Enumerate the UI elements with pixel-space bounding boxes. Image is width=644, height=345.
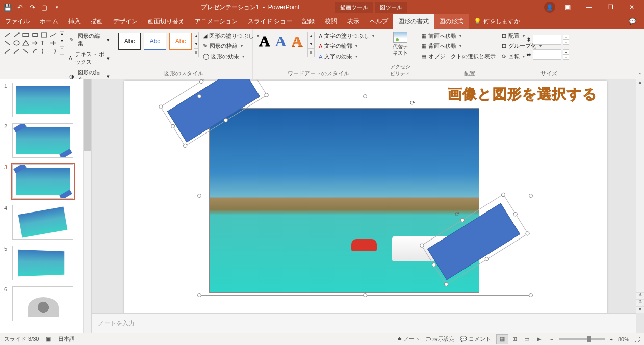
start-slideshow-icon[interactable]: ▢: [39, 2, 50, 13]
slide-thumbnail[interactable]: 5: [0, 243, 91, 283]
shape-fill-button[interactable]: ◢図形の塗りつぶし▾: [201, 32, 261, 40]
tab-review[interactable]: 校閲: [320, 14, 342, 29]
next-slide-icon[interactable]: ≛: [636, 299, 644, 306]
tab-design[interactable]: デザイン: [108, 14, 143, 29]
text-fill-button[interactable]: A文字の塗りつぶし▾: [317, 32, 376, 40]
gallery-scroll[interactable]: ▲▼≡: [194, 32, 199, 57]
notes-button[interactable]: ≐ノート: [397, 335, 420, 343]
customize-qat-icon[interactable]: ▾: [51, 2, 62, 13]
tab-slideshow[interactable]: スライド ショー: [243, 14, 297, 29]
tab-insert[interactable]: 挿入: [63, 14, 86, 29]
wordart-preset[interactable]: A: [291, 33, 302, 50]
width-spinner[interactable]: ▴▾: [563, 49, 569, 60]
zoom-slider[interactable]: [559, 338, 605, 340]
text-effects-button[interactable]: A文字の効果▾: [317, 52, 376, 61]
slide-thumbnail[interactable]: 2: [0, 120, 91, 161]
alt-text-icon: [393, 32, 407, 43]
reading-view-icon[interactable]: ▭: [521, 334, 533, 344]
gallery-scroll[interactable]: ▲▼≡: [307, 32, 315, 57]
slide-canvas-area: ⟳ ⟳ ⟳ 画像と図形を選択する ノートを入力: [92, 79, 644, 333]
minimize-icon[interactable]: —: [580, 2, 598, 13]
shapes-gallery[interactable]: [3, 30, 58, 55]
normal-view-icon[interactable]: ▦: [496, 334, 508, 344]
slide-thumbnail[interactable]: 6: [0, 283, 91, 324]
lightbulb-icon: 💡: [474, 18, 481, 25]
width-input[interactable]: [533, 49, 561, 60]
wordart-preset[interactable]: A: [259, 33, 270, 50]
ribbon-group-size: ⬍▴▾ ⬌▴▾ サイズ: [523, 29, 574, 79]
tab-shape-format[interactable]: 図形の書式: [393, 14, 434, 29]
slide-counter[interactable]: スライド 3/30: [4, 335, 39, 343]
tab-animations[interactable]: アニメーション: [190, 14, 243, 29]
window-title: プレゼンテーション1 - PowerPoint: [201, 3, 299, 12]
shape-style-preset[interactable]: Abc: [118, 33, 141, 50]
tab-view[interactable]: 表示: [342, 14, 365, 29]
slide-thumbnail[interactable]: 4: [0, 202, 91, 243]
comments-button[interactable]: 💬コメント: [460, 335, 491, 343]
zoom-in-icon[interactable]: +: [610, 336, 613, 342]
notes-pane[interactable]: ノートを入力: [92, 313, 636, 333]
spellcheck-icon[interactable]: ▣: [46, 336, 51, 342]
wordart-preset[interactable]: A: [275, 33, 287, 50]
shape-style-preset[interactable]: Abc: [144, 33, 166, 50]
wordart-gallery[interactable]: A A A: [256, 30, 305, 50]
selection-box-group[interactable]: ⟳: [199, 96, 531, 296]
display-settings-button[interactable]: 🖵表示設定: [425, 335, 455, 343]
slide-editor[interactable]: ⟳ ⟳ ⟳ 画像と図形を選択する: [124, 81, 607, 313]
thumb-number: 3: [4, 164, 9, 199]
ribbon-group-label: 図形のスタイル: [118, 69, 249, 79]
canvas-vertical-scrollbar[interactable]: ▲ ≜≛▼: [636, 79, 644, 313]
slide-thumbnail[interactable]: 3: [0, 161, 91, 202]
selection-pane-button[interactable]: ▤オブジェクトの選択と表示: [419, 52, 498, 61]
text-box-button[interactable]: Aテキスト ボックス▾: [66, 49, 112, 67]
tab-transitions[interactable]: 画面切り替え: [143, 14, 190, 29]
close-icon[interactable]: ✕: [623, 2, 641, 13]
language-indicator[interactable]: 日本語: [58, 335, 75, 343]
undo-icon[interactable]: ↶: [14, 2, 25, 13]
svg-rect-2: [41, 33, 47, 37]
rotation-handle-icon[interactable]: ⟳: [410, 99, 417, 107]
zoom-out-icon[interactable]: −: [550, 336, 553, 342]
save-icon[interactable]: 💾: [2, 2, 13, 13]
restore-icon[interactable]: ❐: [601, 2, 620, 13]
shape-outline-button[interactable]: ✎図形の枠線▾: [201, 42, 261, 50]
title-bar: 💾 ↶ ↷ ▢ ▾ プレゼンテーション1 - PowerPoint 描画ツール …: [0, 0, 644, 14]
shape-effects-button[interactable]: ◯図形の効果▾: [201, 52, 261, 61]
shape-style-gallery[interactable]: Abc Abc Abc: [118, 30, 192, 50]
comments-icon: 💬: [460, 336, 467, 342]
text-outline-button[interactable]: A文字の輪郭▾: [317, 42, 376, 50]
send-backward-button[interactable]: ▦背面へ移動▾: [419, 42, 498, 50]
account-icon[interactable]: 👤: [544, 2, 555, 13]
svg-rect-0: [23, 33, 29, 37]
height-spinner[interactable]: ▴▾: [563, 35, 569, 45]
tab-draw[interactable]: 描画: [86, 14, 108, 29]
ribbon-display-options-icon[interactable]: ▣: [558, 2, 577, 13]
slide-sorter-view-icon[interactable]: ⊞: [508, 334, 521, 344]
share-icon[interactable]: 💬: [626, 16, 644, 27]
prev-slide-icon[interactable]: ≜: [636, 292, 644, 299]
tab-picture-format[interactable]: 図の形式: [434, 14, 469, 29]
menu-bar: ファイル ホーム 挿入 描画 デザイン 画面切り替え アニメーション スライド …: [0, 14, 644, 29]
slideshow-view-icon[interactable]: ▶: [533, 334, 545, 344]
effects-icon: ◯: [203, 53, 209, 60]
shape-style-preset[interactable]: Abc: [169, 33, 192, 50]
collapse-ribbon-icon[interactable]: ⌃: [638, 72, 642, 78]
edit-shape-button[interactable]: ✎図形の編集▾: [66, 31, 112, 48]
tell-me-search[interactable]: 💡何をしますか: [469, 17, 525, 26]
fit-to-window-icon[interactable]: ⛶: [634, 336, 640, 342]
tab-help[interactable]: ヘルプ: [365, 14, 393, 29]
tab-file[interactable]: ファイル: [0, 14, 35, 29]
ribbon-group-shape-styles: Abc Abc Abc ▲▼≡ ◢図形の塗りつぶし▾ ✎図形の枠線▾ ◯図形の効…: [115, 29, 253, 79]
zoom-level[interactable]: 80%: [618, 336, 629, 342]
slide-thumbnail[interactable]: 1: [0, 79, 91, 120]
tab-record[interactable]: 記録: [297, 14, 320, 29]
bring-forward-button[interactable]: ▦前面へ移動▾: [419, 32, 498, 40]
group-icon: ⊡: [502, 43, 506, 49]
redo-icon[interactable]: ↷: [27, 2, 38, 13]
thumbnail-scrollbar[interactable]: [83, 79, 91, 333]
height-input[interactable]: [533, 35, 561, 45]
alt-text-button[interactable]: 代替テ キスト: [390, 30, 411, 58]
drawing-tools-tab-header: 描画ツール: [335, 2, 373, 13]
tab-home[interactable]: ホーム: [35, 14, 63, 29]
text-outline-icon: A: [319, 43, 322, 49]
